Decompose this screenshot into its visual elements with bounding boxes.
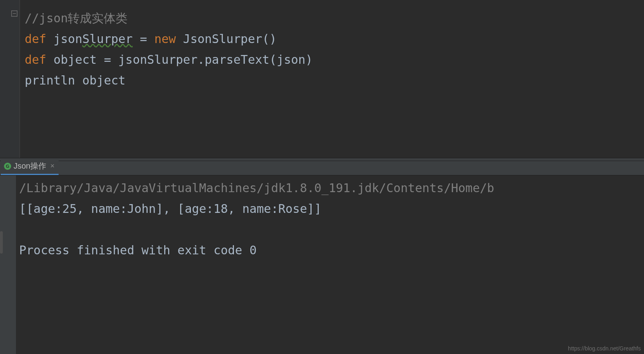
keyword-def: def <box>25 32 46 46</box>
fold-icon[interactable] <box>11 10 18 17</box>
scrollbar-thumb[interactable] <box>0 231 3 254</box>
ctor-call: JsonSlurper() <box>176 32 277 46</box>
tab-label: Json操作 <box>14 161 46 171</box>
groovy-icon: G <box>4 163 11 170</box>
jdk-path: /Library/Java/JavaVirtualMachines/jdk1.8… <box>19 181 494 195</box>
var-slurper: Slurper <box>82 32 133 46</box>
println-line: println object <box>25 73 126 87</box>
run-console: G Json操作 × /Library/Java/JavaVirtualMach… <box>0 161 644 354</box>
watermark: https://blog.csdn.net/Greathfs <box>568 345 641 352</box>
editor-gutter <box>0 0 20 158</box>
var-json: json <box>53 32 82 46</box>
line3-rest: object = jsonSlurper.parseText(json) <box>46 53 312 67</box>
console-tab-bar: G Json操作 × <box>0 161 644 175</box>
console-body: /Library/Java/JavaVirtualMachines/jdk1.8… <box>0 175 644 354</box>
keyword-def: def <box>25 53 46 67</box>
exit-code-line: Process finished with exit code 0 <box>19 243 257 257</box>
console-gutter <box>0 175 16 354</box>
keyword-new: new <box>154 32 176 46</box>
run-tab[interactable]: G Json操作 × <box>1 159 59 175</box>
close-icon[interactable]: × <box>50 162 55 170</box>
console-output[interactable]: /Library/Java/JavaVirtualMachines/jdk1.8… <box>16 175 494 354</box>
code-content[interactable]: //json转成实体类 def jsonSlurper = new JsonSl… <box>20 0 312 158</box>
code-comment: //json转成实体类 <box>25 11 128 25</box>
code-editor[interactable]: //json转成实体类 def jsonSlurper = new JsonSl… <box>0 0 644 158</box>
panel-splitter[interactable] <box>0 158 644 161</box>
output-result: [[age:25, name:John], [age:18, name:Rose… <box>19 202 322 216</box>
eq: = <box>133 32 154 46</box>
